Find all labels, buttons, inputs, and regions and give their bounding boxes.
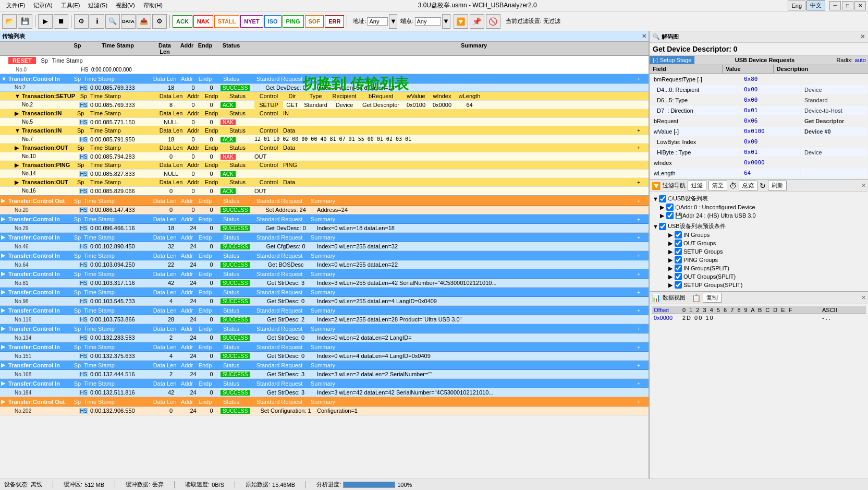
collapsed-header-9[interactable]: ▶ Transfer:Control In Sp Time Stamp Data… bbox=[0, 379, 649, 388]
menu-item-help[interactable]: 帮助(H) bbox=[139, 1, 167, 10]
ping-groups-arrow[interactable]: ▶ bbox=[668, 257, 675, 264]
out-split-arrow[interactable]: ▶ bbox=[668, 273, 675, 280]
usb-conditions-root[interactable]: ▼ USB设备列表预设条件 bbox=[652, 222, 866, 231]
in1-arrow[interactable]: ▶ bbox=[15, 110, 22, 117]
export-button[interactable]: 📤 bbox=[137, 14, 151, 29]
usb-device-list-root[interactable]: ▼ ⬡ USB设备列表 bbox=[652, 194, 866, 203]
in-groups-checkbox[interactable] bbox=[675, 231, 682, 238]
transaction-ping-header[interactable]: ▶ Transaction:PING Sp Time Stamp Data Le… bbox=[0, 161, 649, 170]
table-row[interactable]: bRequest 0x06 Get Descriptor bbox=[651, 116, 867, 126]
in2-arrow[interactable]: ▼ bbox=[15, 127, 22, 134]
endp-input[interactable] bbox=[415, 17, 441, 26]
transfer-in-data[interactable]: No.2 HS 0:00.085.769.333 18 0 0 SUCCESS … bbox=[0, 83, 649, 92]
collapsed-plus-2[interactable]: + bbox=[637, 253, 647, 259]
collapsed-plus-7[interactable]: + bbox=[637, 344, 647, 350]
out1-arrow[interactable]: ▶ bbox=[15, 145, 22, 151]
collapsed-header-2[interactable]: ▶ Transfer:Control In Sp Time Stamp Data… bbox=[0, 251, 649, 260]
collapsed-data-2[interactable]: No.64 HS 0:00.103.094.250 22 24 0 SUCCES… bbox=[0, 260, 649, 269]
search-button[interactable]: 🔍 bbox=[105, 14, 120, 29]
filter-nav-refresh-btn[interactable]: 刷新 bbox=[768, 181, 787, 190]
addr0-checkbox[interactable] bbox=[666, 204, 674, 211]
collapsed-data-6[interactable]: No.134 HS 0:00.132.283.583 2 24 0 SUCCES… bbox=[0, 333, 649, 342]
collapsed-data-5[interactable]: No.116 HS 0:00.103.753.866 28 24 0 SUCCE… bbox=[0, 315, 649, 324]
collapsed-plus-5[interactable]: + bbox=[637, 307, 647, 314]
open-button[interactable]: 📂 bbox=[2, 14, 17, 29]
table-row[interactable]: D4...0: Recipient 0x00 Device bbox=[651, 85, 867, 94]
collapsed-header-4[interactable]: ▶ Transfer:Control In Sp Time Stamp Data… bbox=[0, 288, 649, 297]
collapsed-arrow-9[interactable]: ▶ bbox=[1, 380, 8, 387]
tree-arrow-addr24[interactable]: ▶ bbox=[660, 212, 666, 219]
collapsed-data-9[interactable]: No.184 HS 0:00.132.511.816 42 24 0 SUCCE… bbox=[0, 388, 649, 397]
filter-ack-button[interactable]: ACK bbox=[173, 15, 192, 28]
data-button[interactable]: DATA bbox=[121, 14, 136, 29]
close-button[interactable]: ✕ bbox=[854, 1, 866, 10]
ping-groups-checkbox[interactable] bbox=[675, 256, 682, 264]
collapsed-data-4[interactable]: No.98 HS 0:00.103.545.733 4 24 0 SUCCESS… bbox=[0, 297, 649, 305]
collapsed-arrow-3[interactable]: ▶ bbox=[1, 270, 8, 277]
collapsed-plus-9[interactable]: + bbox=[637, 380, 647, 387]
setup-split-groups-item[interactable]: ▶ SETUP Groups(SPLIT) bbox=[652, 281, 866, 289]
out-groups-arrow[interactable]: ▶ bbox=[668, 240, 675, 247]
play-button[interactable]: ▶ bbox=[38, 14, 53, 29]
collapsed-arrow-10[interactable]: ▶ bbox=[1, 398, 8, 405]
collapsed-plus-3[interactable]: + bbox=[637, 271, 647, 277]
minus-icon[interactable]: [-] bbox=[653, 57, 658, 63]
menu-item-record[interactable]: 记录(A) bbox=[29, 1, 57, 10]
ping-arrow[interactable]: ▶ bbox=[15, 162, 22, 169]
addr24-item[interactable]: ▶ 💾 Addr 24 : (HS) Ultra USB 3.0 bbox=[652, 211, 866, 220]
lang-eng-button[interactable]: Eng bbox=[788, 1, 805, 10]
filter-nak-button[interactable]: NAK bbox=[193, 15, 213, 28]
collapsed-plus-8[interactable]: + bbox=[637, 362, 647, 368]
collapsed-arrow-6[interactable]: ▶ bbox=[1, 325, 8, 332]
in-split-arrow[interactable]: ▶ bbox=[668, 265, 675, 272]
menu-item-tools[interactable]: 工具(E) bbox=[57, 1, 84, 10]
in-split-checkbox[interactable] bbox=[675, 265, 682, 272]
transaction-out2-header[interactable]: ▶ Transaction:OUT Sp Time Stamp Data Len… bbox=[0, 178, 649, 187]
reset-row[interactable]: RESET Sp Time Stamp bbox=[0, 56, 649, 65]
filter-nav-clear-btn[interactable]: 清至 bbox=[708, 181, 727, 190]
ctrl-out-20-arrow[interactable]: ▶ bbox=[1, 197, 8, 204]
descriptor-close[interactable]: ✕ bbox=[860, 33, 865, 40]
table-row[interactable]: D7 : Direction 0x01 Device-to-Host bbox=[651, 106, 867, 115]
panel-close-button[interactable]: ✕ bbox=[642, 33, 646, 40]
out-split-groups-item[interactable]: ▶ OUT Groups(SPLIT) bbox=[652, 272, 866, 281]
filter-sof-button[interactable]: SOF bbox=[305, 15, 324, 28]
collapsed-header-10[interactable]: ▶ Transfer:Control Out Sp Time Stamp Dat… bbox=[0, 397, 649, 407]
transaction-setup-header[interactable]: ▼ Transaction:SETUP Sp Time Stamp Data L… bbox=[0, 92, 649, 101]
filter-icon-1[interactable]: 🔽 bbox=[454, 14, 468, 29]
menu-item-view[interactable]: 视图(V) bbox=[112, 1, 139, 10]
filter-nav-close[interactable]: ✕ bbox=[861, 182, 866, 189]
usb-device-list-checkbox[interactable] bbox=[659, 195, 666, 202]
hex-table[interactable]: Offset 0 1 2 3 4 5 6 7 8 9 A B C D E F A… bbox=[650, 304, 868, 479]
out2-arrow[interactable]: ▶ bbox=[15, 179, 22, 186]
filter-ping-button[interactable]: PING bbox=[283, 15, 304, 28]
stop-button[interactable]: ⏹ bbox=[54, 14, 68, 29]
tree-arrow-cond[interactable]: ▼ bbox=[653, 223, 659, 230]
in-groups-item[interactable]: ▶ IN Groups bbox=[652, 231, 866, 239]
collapsed-plus-6[interactable]: + bbox=[637, 326, 647, 332]
copy-button[interactable]: 复制 bbox=[703, 293, 722, 303]
collapsed-plus-4[interactable]: + bbox=[637, 289, 647, 295]
collapsed-header-3[interactable]: ▶ Transfer:Control In Sp Time Stamp Data… bbox=[0, 269, 649, 279]
info-button[interactable]: ℹ bbox=[90, 14, 104, 29]
table-row[interactable]: wLength 64 bbox=[651, 169, 867, 178]
collapsed-data-10[interactable]: No.202 HS 0:00.132.906.550 0 24 0 SUCCES… bbox=[0, 407, 649, 415]
out-groups-checkbox[interactable] bbox=[675, 240, 682, 247]
out-split-checkbox[interactable] bbox=[675, 273, 682, 280]
ctrl-out-20-header[interactable]: ▶ Transfer:Control Out Sp Time Stamp Dat… bbox=[0, 196, 649, 206]
collapsed-arrow-4[interactable]: ▶ bbox=[1, 289, 8, 295]
transaction-out1-header[interactable]: ▶ Transaction:OUT Sp Time Stamp Data Len… bbox=[0, 144, 649, 152]
setup-groups-item[interactable]: ▶ SETUP Groups bbox=[652, 247, 866, 256]
collapsed-header-6[interactable]: ▶ Transfer:Control In Sp Time Stamp Data… bbox=[0, 324, 649, 333]
menu-item-file[interactable]: 文件(F) bbox=[2, 1, 29, 10]
setup-groups-checkbox[interactable] bbox=[675, 248, 682, 255]
collapsed-data-0[interactable]: No.29 HS 0:00.096.466.116 18 24 0 SUCCES… bbox=[0, 224, 649, 232]
filter-icon-2[interactable]: 📌 bbox=[470, 14, 484, 29]
table-row[interactable]: D6...5: Type 0x00 Standard bbox=[651, 95, 867, 105]
collapsed-arrow-0[interactable]: ▶ bbox=[1, 216, 8, 222]
collapsed-data-3[interactable]: No.81 HS 0:00.103.317.116 42 24 0 SUCCES… bbox=[0, 279, 649, 287]
lang-chn-button[interactable]: 中文 bbox=[806, 1, 825, 10]
setup-split-checkbox[interactable] bbox=[675, 281, 682, 289]
collapsed-arrow-2[interactable]: ▶ bbox=[1, 252, 8, 259]
collapsed-plus-0[interactable]: + bbox=[637, 216, 647, 222]
